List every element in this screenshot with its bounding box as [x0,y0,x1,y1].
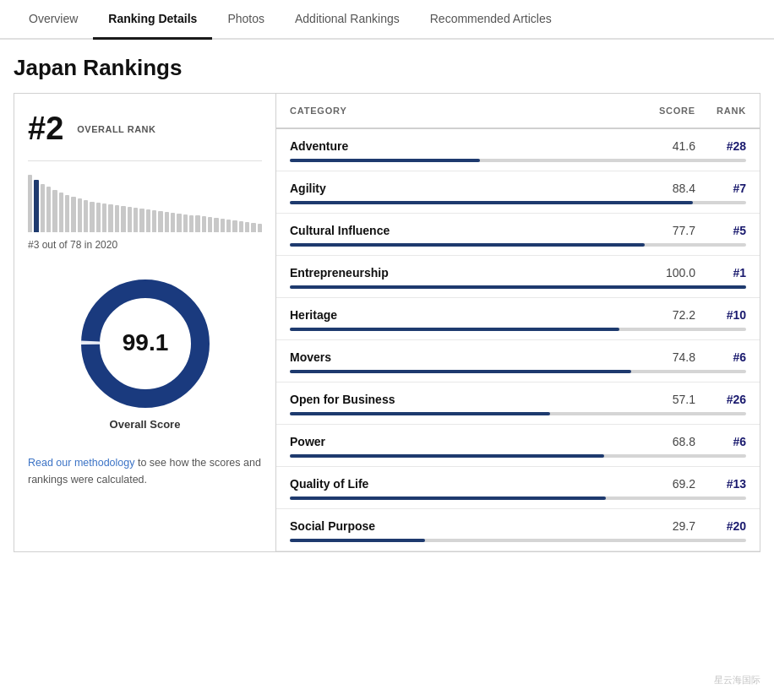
donut-wrapper: 99.1 Overall Score [28,256,262,444]
table-row: Social Purpose29.7#20 [276,509,760,551]
bar-chart-bar [239,221,243,232]
progress-bar-fill [290,370,631,373]
rank-header: #2 OVERALL RANK [28,111,262,161]
category-score: 29.7 [628,519,695,533]
methodology-link[interactable]: Read our methodology [28,457,134,469]
nav-item-overview[interactable]: Overview [14,0,93,40]
progress-bar-bg [290,159,746,162]
table-row: Adventure41.6#28 [276,129,760,171]
category-rank: #6 [695,350,746,364]
progress-bar-bg [290,243,746,247]
categories-list: Adventure41.6#28Agility88.4#7Cultural In… [276,129,760,551]
table-row: Quality of Life69.2#13 [276,467,760,509]
bar-chart-bar [71,197,75,232]
bar-chart-bar [226,220,231,232]
progress-bar-fill [290,285,746,289]
right-panel: CATEGORY SCORE RANK Adventure41.6#28Agil… [276,94,760,551]
category-name: Open for Business [290,393,628,406]
svg-text:99.1: 99.1 [122,329,168,355]
bar-chart-bar [214,218,218,232]
category-score: 77.7 [628,224,695,237]
overall-score-label: Overall Score [110,418,181,431]
progress-bar-bg [290,412,746,415]
bar-chart-bar [139,209,144,232]
bar-chart-bar [245,222,249,232]
nav-item-photos[interactable]: Photos [212,0,280,40]
bar-chart-bar [146,209,150,232]
category-rank: #5 [695,224,746,237]
sub-rank-text: #3 out of 78 in 2020 [28,239,262,251]
page-title: Japan Rankings [0,40,774,93]
progress-bar-bg [290,370,746,373]
bar-chart-bar [128,207,132,232]
bar-chart-bar [115,205,119,232]
category-rank: #26 [695,393,746,406]
category-score: 68.8 [628,435,695,448]
nav-item-recommended-articles[interactable]: Recommended Articles [415,0,567,40]
bar-chart-bar [52,190,57,232]
table-row: Movers74.8#6 [276,340,760,383]
header-category: CATEGORY [290,106,628,116]
nav-bar: OverviewRanking DetailsPhotosAdditional … [0,0,774,40]
bar-chart-bar [165,212,169,232]
category-name: Movers [290,350,628,364]
bar-chart-bar [189,215,194,232]
category-score: 100.0 [628,266,695,279]
progress-bar-fill [290,159,480,162]
bar-chart-bar [251,223,255,232]
bar-chart-bar [177,214,181,232]
progress-bar-fill [290,201,693,204]
bar-chart-bar [28,175,32,232]
progress-bar-bg [290,539,746,542]
bar-chart-bar [232,220,237,232]
progress-bar-fill [290,328,619,331]
table-row: Cultural Influence77.7#5 [276,214,760,256]
rank-number: #2 [28,111,63,147]
table-row: Open for Business57.1#26 [276,383,760,425]
category-name: Heritage [290,308,628,322]
progress-bar-bg [290,497,746,500]
bar-chart-bar [221,219,225,232]
progress-bar-bg [290,328,746,331]
progress-bar-fill [290,412,550,415]
header-score: SCORE [628,106,695,116]
bar-chart-bar [96,203,101,232]
progress-bar-bg [290,454,746,458]
table-row: Agility88.4#7 [276,171,760,214]
watermark: 星云海国际 [714,674,760,686]
category-name: Power [290,435,628,448]
donut-chart: 99.1 [78,276,213,411]
bar-chart-bar [90,202,94,232]
category-score: 41.6 [628,139,695,153]
category-name: Cultural Influence [290,224,628,237]
category-name: Adventure [290,139,628,153]
category-rank: #7 [695,182,746,195]
bar-chart-bar [258,224,262,232]
bar-chart-bar [152,210,156,232]
bar-chart-bar [158,211,162,232]
categories-header: CATEGORY SCORE RANK [276,94,760,129]
table-row: Entrepreneurship100.0#1 [276,256,760,298]
bar-chart-inner [28,173,262,232]
category-score: 74.8 [628,350,695,364]
nav-item-additional-rankings[interactable]: Additional Rankings [280,0,415,40]
progress-bar-fill [290,454,604,458]
nav-item-ranking-details[interactable]: Ranking Details [93,0,212,40]
header-rank: RANK [695,106,746,116]
bar-chart-bar [134,208,138,232]
bar-chart-bar [65,195,69,232]
progress-bar-bg [290,201,746,204]
main-content: #2 OVERALL RANK #3 out of 78 in 2020 99.… [14,93,760,552]
bar-chart-bar [108,204,112,232]
category-name: Quality of Life [290,477,628,491]
category-rank: #6 [695,435,746,448]
category-score: 57.1 [628,393,695,406]
category-name: Social Purpose [290,519,628,533]
category-score: 69.2 [628,477,695,491]
category-name: Entrepreneurship [290,266,628,279]
bar-chart-bar [171,213,175,232]
category-score: 88.4 [628,182,695,195]
category-name: Agility [290,182,628,195]
category-rank: #1 [695,266,746,279]
bar-chart-bar [84,200,88,232]
